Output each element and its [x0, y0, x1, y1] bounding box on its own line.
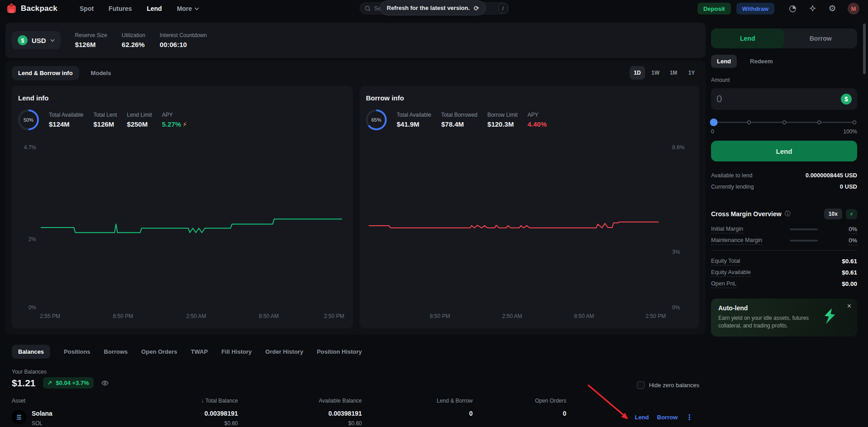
table-header: Asset ↓ Total Balance Available Balance … [5, 398, 706, 406]
nav-item-spot[interactable]: Spot [80, 5, 94, 12]
scrollbar-thumb[interactable] [863, 24, 866, 74]
open-pnl-row: Open PnL $0.00 [711, 280, 857, 288]
col-total-balance[interactable]: ↓ Total Balance [201, 398, 238, 404]
portfolio-tabs: Balances Positions Borrows Open Orders T… [12, 345, 362, 359]
portfolio-section: Balances Positions Borrows Open Orders T… [5, 342, 706, 427]
borrow-apy-chart: 8.6%3%0%8:50 PM2:50 AM8:50 AM2:50 PM [360, 140, 699, 328]
tab-balances[interactable]: Balances [12, 345, 50, 359]
col-open-orders[interactable]: Open Orders [535, 398, 566, 404]
leverage-badge[interactable]: 10x [824, 209, 842, 219]
chevron-down-icon [194, 7, 199, 10]
tab-lend-borrow-info[interactable]: Lend & Borrow info [12, 66, 79, 80]
range-1m[interactable]: 1M [666, 66, 681, 80]
amount-slider[interactable] [714, 118, 854, 126]
your-balances-label: Your Balances [12, 369, 47, 375]
currently-lending-row: Currently lending 0 USD [711, 183, 857, 190]
lend-utilization-label: 50% [24, 117, 33, 123]
mode-lend[interactable]: Lend [711, 55, 737, 68]
available-to-lend-row: Available to lend 0.0000008445 USD [711, 172, 857, 179]
asset-name: Solana [32, 410, 52, 417]
col-lend-borrow[interactable]: Lend & Borrow [437, 398, 473, 404]
lend-utilization-ring: 50% [18, 109, 39, 130]
mode-redeem[interactable]: Redeem [744, 55, 779, 68]
lend-mode-tabs: Lend Redeem [711, 55, 779, 68]
margin-bolt-icon[interactable]: ⚡ [846, 209, 857, 219]
backpack-logo-icon [6, 3, 17, 14]
cell-open-orders: 0 [563, 410, 566, 417]
panel-tabs: Lend & Borrow info Models [12, 66, 117, 80]
lend-apy-chart: 4.7%2%0%2:55 PM8:50 PM2:50 AM8:50 AM2:50… [12, 140, 353, 328]
amount-value: 0 [716, 93, 722, 105]
tab-fill-history[interactable]: Fill History [221, 348, 251, 355]
info-icon[interactable]: ⓘ [785, 210, 791, 218]
tab-order-history[interactable]: Order History [266, 348, 304, 355]
stat-value: 00:06:10 [160, 41, 207, 48]
chevron-down-icon [50, 39, 55, 42]
initial-margin-row: Initial Margin 0% [711, 226, 857, 233]
nav-item-futures[interactable]: Futures [109, 5, 132, 12]
tab-borrows[interactable]: Borrows [104, 348, 128, 355]
table-row[interactable]: Solana SOL 0.00398191 $0.60 0.00398191 $… [5, 409, 706, 427]
brand[interactable]: Backpack [6, 2, 57, 15]
slider-tick-50[interactable] [782, 120, 786, 124]
cross-margin-title: Cross Margin Overview [711, 210, 782, 218]
refresh-version-pill[interactable]: Refresh for the latest version. ⟳ [380, 0, 486, 15]
slider-tick-100[interactable] [853, 120, 857, 124]
borrow-stat-total-available: Total Available $41.9M [397, 112, 432, 128]
col-available-balance[interactable]: Available Balance [319, 398, 362, 404]
close-icon[interactable]: ✕ [847, 303, 852, 309]
cell-lend-borrow: 0 [469, 410, 473, 417]
tab-open-orders[interactable]: Open Orders [141, 348, 177, 355]
slider-tick-25[interactable] [747, 120, 751, 124]
auto-lend-description: Earn yield on your idle assets, futures … [718, 314, 817, 330]
equity-available-row: Equity Available $0.61 [711, 269, 857, 276]
range-1y[interactable]: 1Y [684, 66, 699, 80]
lend-stat-total-available: Total Available $124M [49, 112, 84, 128]
side-tab-borrow[interactable]: Borrow [784, 28, 858, 48]
asset-name-cell: Solana SOL [32, 410, 52, 427]
auto-lend-bolt-icon [822, 308, 838, 326]
asset-symbol: SOL [32, 420, 52, 427]
stat-utilization: Utilization 62.26% [122, 32, 145, 48]
col-asset[interactable]: Asset [12, 398, 25, 404]
slider-thumb[interactable] [710, 119, 718, 126]
nav-item-more[interactable]: More [177, 5, 199, 12]
hide-zero-balances-toggle[interactable]: Hide zero balances [637, 381, 699, 389]
hide-zero-label: Hide zero balances [649, 382, 699, 389]
search-icon [365, 5, 371, 12]
row-borrow-link[interactable]: Borrow [657, 414, 678, 421]
cross-margin-header: Cross Margin Overview ⓘ 10x ⚡ [711, 209, 857, 219]
tab-positions[interactable]: Positions [64, 348, 90, 355]
lend-submit-button[interactable]: Lend [711, 141, 857, 161]
range-1d[interactable]: 1D [630, 66, 645, 80]
slider-min-label: 0 [711, 128, 714, 135]
balance-change-text: $0.04 +3.7% [56, 380, 89, 386]
range-1w[interactable]: 1W [648, 66, 663, 80]
amount-input[interactable]: 0 $ [711, 88, 857, 110]
usd-coin-icon: $ [841, 94, 852, 104]
tab-twap[interactable]: TWAP [191, 348, 208, 355]
nav-item-lend[interactable]: Lend [147, 5, 161, 12]
initial-margin-bar [790, 228, 818, 230]
side-tab-lend[interactable]: Lend [711, 28, 784, 48]
asset-selector[interactable]: $ USD [12, 31, 61, 49]
balance-change-badge: ↗ $0.04 +3.7% [43, 377, 94, 389]
eye-icon[interactable] [101, 379, 109, 387]
stat-value: $126M [75, 41, 107, 48]
borrow-utilization-ring: 65% [366, 109, 387, 130]
stat-label: Utilization [122, 32, 145, 38]
total-balance-value: $1.21 [12, 378, 36, 389]
lend-info-card: Lend info 50% Total Available $124M Tota… [12, 86, 353, 328]
slider-labels: 0 100% [711, 128, 857, 135]
equity-total-row: Equity Total $0.61 [711, 258, 857, 265]
tab-position-history[interactable]: Position History [317, 348, 362, 355]
row-more-menu-icon[interactable]: ⋮ [686, 413, 693, 422]
asset-selector-label: USD [32, 37, 46, 44]
lend-borrow-panel: Lend & Borrow info Models 1D 1W 1M 1Y Le… [5, 61, 706, 335]
slider-tick-75[interactable] [817, 120, 821, 124]
refresh-pill-label: Refresh for the latest version. [387, 5, 470, 11]
row-lend-link[interactable]: Lend [635, 414, 649, 421]
lend-stat-lend-limit: Lend Limit $250M [127, 112, 152, 128]
tab-models[interactable]: Models [85, 66, 118, 80]
hide-zero-checkbox[interactable] [637, 381, 645, 389]
